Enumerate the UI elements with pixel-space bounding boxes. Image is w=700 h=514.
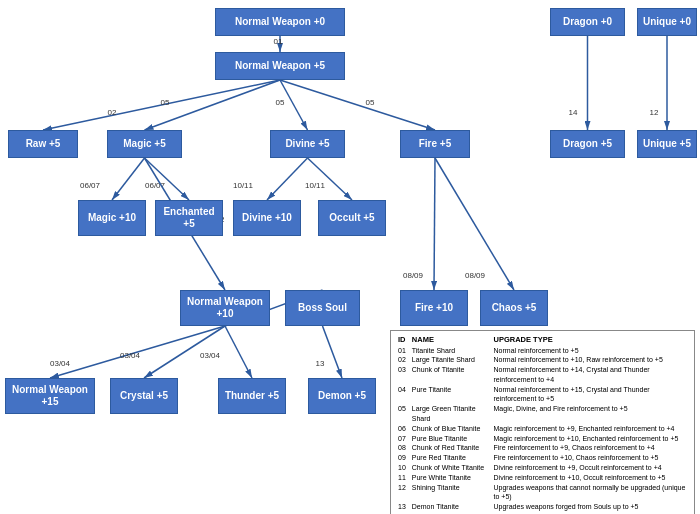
legend-cell: Pure White Titanite: [409, 473, 491, 483]
node-magic10: Magic +10: [78, 200, 146, 236]
svg-line-15: [267, 158, 308, 200]
svg-line-29: [225, 326, 252, 378]
legend-cell: 13: [395, 502, 409, 512]
legend-cell: Large Titanite Shard: [409, 355, 491, 365]
legend-cell: 05: [395, 404, 409, 424]
legend-cell: 11: [395, 473, 409, 483]
svg-text:05: 05: [366, 98, 375, 107]
svg-text:12: 12: [650, 108, 659, 117]
node-raw5: Raw +5: [8, 130, 78, 158]
svg-line-13: [145, 158, 190, 200]
svg-text:05: 05: [276, 98, 285, 107]
node-nw10: Normal Weapon +10: [180, 290, 270, 326]
svg-line-23: [435, 158, 514, 290]
legend-cell: Chunk of White Titanite: [409, 463, 491, 473]
svg-text:08/09: 08/09: [465, 271, 486, 280]
svg-text:08/09: 08/09: [403, 271, 424, 280]
node-crystal5: Crystal +5: [110, 378, 178, 414]
svg-text:03/04: 03/04: [50, 359, 71, 368]
svg-text:03/04: 03/04: [200, 351, 221, 360]
svg-line-5: [145, 80, 281, 130]
legend-cell: 06: [395, 424, 409, 434]
node-dragon5: Dragon +5: [550, 130, 625, 158]
node-chaos5: Chaos +5: [480, 290, 548, 326]
node-dragon0: Dragon +0: [550, 8, 625, 36]
svg-line-21: [434, 158, 435, 290]
node-bosssoul: Boss Soul: [285, 290, 360, 326]
legend-cell: 01: [395, 346, 409, 356]
legend-cell: Demon Titanite: [409, 502, 491, 512]
legend-cell: Normal reinforcement to +15, Crystal and…: [491, 385, 690, 405]
legend-cell: Magic, Divine, and Fire reinforcement to…: [491, 404, 690, 424]
svg-text:10/11: 10/11: [233, 181, 254, 190]
legend-cell: Magic reinforcement to +9, Enchanted rei…: [491, 424, 690, 434]
legend-cell: Normal reinforcement to +5: [491, 346, 690, 356]
node-unique5: Unique +5: [637, 130, 697, 158]
diagram-container: 010205050506/0706/0710/1110/110208/0908/…: [0, 0, 700, 514]
svg-text:14: 14: [569, 108, 578, 117]
legend-cell: 07: [395, 434, 409, 444]
node-enchanted5: Enchanted +5: [155, 200, 223, 236]
legend-cell: Normal reinforcement to +10, Raw reinfor…: [491, 355, 690, 365]
node-divine5: Divine +5: [270, 130, 345, 158]
svg-text:13: 13: [316, 359, 325, 368]
legend-cell: Upgrades weapons forged from Souls up to…: [491, 502, 690, 512]
svg-text:02: 02: [108, 108, 117, 117]
node-nw15: Normal Weapon +15: [5, 378, 95, 414]
svg-line-3: [43, 80, 280, 130]
legend-cell: 09: [395, 453, 409, 463]
legend-cell: Upgrades weapons that cannot normally be…: [491, 483, 690, 503]
svg-text:06/07: 06/07: [80, 181, 101, 190]
legend-cell: Fire reinforcement to +9, Chaos reinforc…: [491, 443, 690, 453]
legend-cell: Fire reinforcement to +10, Chaos reinfor…: [491, 453, 690, 463]
legend-cell: 12: [395, 483, 409, 503]
svg-text:06/07: 06/07: [145, 181, 166, 190]
legend-cell: Chunk of Blue Titanite: [409, 424, 491, 434]
legend-cell: Pure Titanite: [409, 385, 491, 405]
legend-cell: 04: [395, 385, 409, 405]
legend-cell: Magic reinforcement to +10, Enchanted re…: [491, 434, 690, 444]
legend-cell: Divine reinforcement to +10, Occult rein…: [491, 473, 690, 483]
legend-cell: 02: [395, 355, 409, 365]
node-fire5: Fire +5: [400, 130, 470, 158]
legend-cell: Normal reinforcement to +14, Crystal and…: [491, 365, 690, 385]
legend-cell: 08: [395, 443, 409, 453]
svg-line-11: [112, 158, 145, 200]
legend-cell: Large Green Titanite Shard: [409, 404, 491, 424]
node-occult5: Occult +5: [318, 200, 386, 236]
node-unique0: Unique +0: [637, 8, 697, 36]
svg-text:03/04: 03/04: [120, 351, 141, 360]
legend-box: ID NAME UPGRADE TYPE 01Titanite ShardNor…: [390, 330, 695, 514]
node-nw5: Normal Weapon +5: [215, 52, 345, 80]
svg-line-17: [308, 158, 353, 200]
legend-cell: Pure Blue Titanite: [409, 434, 491, 444]
legend-cell: Titanite Shard: [409, 346, 491, 356]
legend-cell: Divine reinforcement to +9, Occult reinf…: [491, 463, 690, 473]
svg-line-25: [50, 326, 225, 378]
svg-line-9: [280, 80, 435, 130]
node-thunder5: Thunder +5: [218, 378, 286, 414]
legend-cell: 10: [395, 463, 409, 473]
node-divine10: Divine +10: [233, 200, 301, 236]
svg-line-7: [280, 80, 308, 130]
node-fire10: Fire +10: [400, 290, 468, 326]
svg-text:01: 01: [274, 37, 283, 46]
node-demon5: Demon +5: [308, 378, 376, 414]
legend-cell: 03: [395, 365, 409, 385]
legend-cell: Chunk of Titanite: [409, 365, 491, 385]
svg-text:05: 05: [161, 98, 170, 107]
node-nw0: Normal Weapon +0: [215, 8, 345, 36]
legend-cell: Pure Red Titanite: [409, 453, 491, 463]
legend-cell: Chunk of Red Titanite: [409, 443, 491, 453]
svg-text:10/11: 10/11: [305, 181, 326, 190]
legend-cell: Shining Titanite: [409, 483, 491, 503]
node-magic5: Magic +5: [107, 130, 182, 158]
svg-line-27: [144, 326, 225, 378]
svg-line-31: [323, 326, 343, 378]
